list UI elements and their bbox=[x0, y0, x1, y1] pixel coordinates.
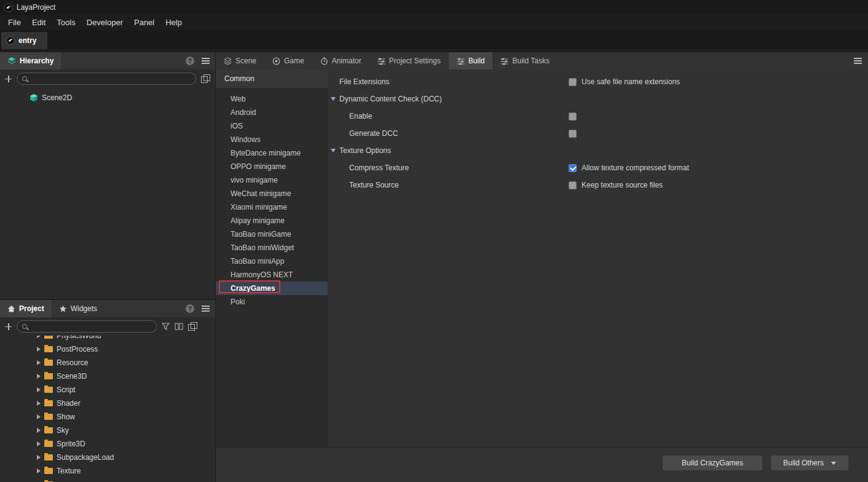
folder-row-postprocess[interactable]: PostProcess bbox=[0, 342, 215, 356]
expand-arrow-icon[interactable] bbox=[37, 401, 41, 406]
menu-file[interactable]: File bbox=[2, 15, 26, 30]
platform-item-crazygames[interactable]: CrazyGames bbox=[216, 282, 328, 295]
tab-label: Animator bbox=[332, 57, 361, 65]
tab-project-settings[interactable]: Project Settings bbox=[369, 52, 449, 69]
platform-label: ByteDance minigame bbox=[231, 149, 301, 157]
menu-help[interactable]: Help bbox=[160, 15, 187, 30]
expand-arrow-icon[interactable] bbox=[37, 360, 41, 365]
tab-build[interactable]: Build bbox=[449, 52, 493, 69]
tab-project-label: Project bbox=[19, 304, 44, 313]
folder-row-show[interactable]: Show bbox=[0, 410, 215, 424]
expand-collapse-icon[interactable] bbox=[188, 322, 197, 331]
platform-item-vivo-minigame[interactable]: vivo minigame bbox=[216, 173, 328, 187]
platform-item-taobao-miniwidget[interactable]: TaoBao miniWidget bbox=[216, 241, 328, 255]
add-node-icon[interactable] bbox=[5, 76, 12, 82]
platform-item-taobao-minigame[interactable]: TaoBao miniGame bbox=[216, 227, 328, 241]
menubar-items: FileEditToolsDeveloperPanelHelp bbox=[2, 15, 187, 30]
expand-arrow-icon[interactable] bbox=[37, 441, 41, 446]
expand-arrow-icon[interactable] bbox=[37, 428, 41, 433]
folder-row-subpackageload[interactable]: SubpackageLoad bbox=[0, 451, 215, 464]
hierarchy-panel: Hierarchy Scene2D bbox=[0, 52, 215, 299]
folder-row-script[interactable]: Script bbox=[0, 383, 215, 397]
folder-row-sprite3d[interactable]: Sprite3D bbox=[0, 437, 215, 451]
folder-row-partial[interactable] bbox=[0, 478, 215, 482]
folder-row-resource[interactable]: Resource bbox=[0, 356, 215, 369]
project-search-box[interactable] bbox=[17, 320, 157, 333]
platform-label: Android bbox=[231, 108, 256, 117]
tab-animator[interactable]: Animator bbox=[312, 52, 369, 69]
hierarchy-search-input[interactable] bbox=[31, 74, 191, 84]
platform-item-alipay-minigame[interactable]: Alipay minigame bbox=[216, 214, 328, 227]
build-crazygames-button[interactable]: Build CrazyGames bbox=[663, 456, 762, 470]
allow-compressed-checkbox[interactable] bbox=[569, 164, 577, 172]
generate-dcc-checkbox[interactable] bbox=[569, 130, 577, 138]
filter-icon[interactable] bbox=[162, 323, 170, 330]
tab-game[interactable]: Game bbox=[264, 52, 312, 69]
build-others-button[interactable]: Build Others bbox=[771, 456, 848, 470]
doc-tab-entry[interactable]: entry bbox=[1, 32, 47, 49]
tab-hierarchy[interactable]: Hierarchy bbox=[0, 52, 61, 69]
setting-row-file-extensions: File Extensions Use safe file name exten… bbox=[328, 73, 868, 90]
split-view-icon[interactable] bbox=[175, 323, 183, 330]
panel-menu-icon[interactable] bbox=[202, 60, 210, 61]
platform-label: Alipay minigame bbox=[231, 216, 285, 225]
hierarchy-search-box[interactable] bbox=[17, 73, 196, 85]
keep-source-checkbox[interactable] bbox=[569, 181, 577, 189]
platform-item-bytedance-minigame[interactable]: ByteDance minigame bbox=[216, 146, 328, 160]
add-asset-icon[interactable] bbox=[5, 323, 12, 330]
platform-item-poki[interactable]: Poki bbox=[216, 295, 328, 309]
expand-arrow-icon[interactable] bbox=[37, 387, 41, 392]
collapse-caret-icon[interactable] bbox=[331, 149, 336, 152]
section-label: Dynamic Content Check (DCC) bbox=[339, 95, 442, 103]
panel-menu-icon[interactable] bbox=[202, 308, 210, 309]
platform-label: HarmonyOS NEXT bbox=[231, 271, 293, 279]
tab-widgets[interactable]: Widgets bbox=[52, 300, 105, 317]
folder-icon bbox=[44, 414, 53, 420]
use-safe-filenames-checkbox[interactable] bbox=[569, 78, 577, 86]
expand-arrow-icon[interactable] bbox=[37, 455, 41, 460]
platform-item-android[interactable]: Android bbox=[216, 106, 328, 119]
platform-item-taobao-miniapp[interactable]: TaoBao miniApp bbox=[216, 255, 328, 268]
hierarchy-item-label: Scene2D bbox=[42, 93, 72, 102]
expand-arrow-icon[interactable] bbox=[37, 374, 41, 379]
platform-label: CrazyGames bbox=[231, 284, 275, 293]
menubar: FileEditToolsDeveloperPanelHelp bbox=[0, 15, 868, 30]
sliders-icon bbox=[377, 57, 385, 65]
platform-item-wechat-minigame[interactable]: WeChat minigame bbox=[216, 187, 328, 200]
platform-item-windows[interactable]: Windows bbox=[216, 133, 328, 146]
project-search-input[interactable] bbox=[31, 322, 151, 331]
menu-tools[interactable]: Tools bbox=[51, 15, 81, 30]
platform-item-ios[interactable]: iOS bbox=[216, 119, 328, 133]
help-icon[interactable] bbox=[186, 304, 194, 313]
checkbox-label: Allow texture compressed format bbox=[582, 164, 689, 172]
tab-build-tasks[interactable]: Build Tasks bbox=[492, 52, 557, 69]
hierarchy-item-scene2d[interactable]: Scene2D bbox=[0, 90, 215, 105]
expand-arrow-icon[interactable] bbox=[37, 347, 41, 352]
tab-label: Scene bbox=[235, 57, 256, 65]
folder-row-shader[interactable]: Shader bbox=[0, 397, 215, 410]
folder-row-scene3d[interactable]: Scene3D bbox=[0, 369, 215, 383]
help-icon[interactable] bbox=[186, 57, 194, 65]
folder-icon bbox=[44, 427, 53, 433]
collapse-caret-icon[interactable] bbox=[331, 97, 336, 101]
hierarchy-panel-title: Hierarchy bbox=[20, 57, 53, 65]
folder-row-texture[interactable]: Texture bbox=[0, 464, 215, 478]
folder-label: Texture bbox=[57, 467, 81, 475]
expand-collapse-icon[interactable] bbox=[201, 74, 210, 83]
hierarchy-toolbar bbox=[0, 69, 215, 88]
menu-developer[interactable]: Developer bbox=[81, 15, 128, 30]
tab-scene[interactable]: Scene bbox=[216, 52, 264, 69]
project-toolbar bbox=[0, 317, 215, 336]
editor-menu-icon[interactable] bbox=[854, 60, 862, 61]
expand-arrow-icon[interactable] bbox=[37, 468, 41, 473]
menu-panel[interactable]: Panel bbox=[128, 15, 160, 30]
platform-item-oppo-minigame[interactable]: OPPO minigame bbox=[216, 160, 328, 173]
expand-arrow-icon[interactable] bbox=[37, 414, 41, 419]
platform-item-harmonyos-next[interactable]: HarmonyOS NEXT bbox=[216, 268, 328, 282]
dcc-enable-checkbox[interactable] bbox=[569, 113, 577, 120]
tab-project[interactable]: Project bbox=[0, 300, 52, 317]
platform-item-web[interactable]: Web bbox=[216, 92, 328, 106]
folder-row-sky[interactable]: Sky bbox=[0, 424, 215, 437]
platform-item-xiaomi-minigame[interactable]: Xiaomi minigame bbox=[216, 200, 328, 214]
menu-edit[interactable]: Edit bbox=[26, 15, 51, 30]
